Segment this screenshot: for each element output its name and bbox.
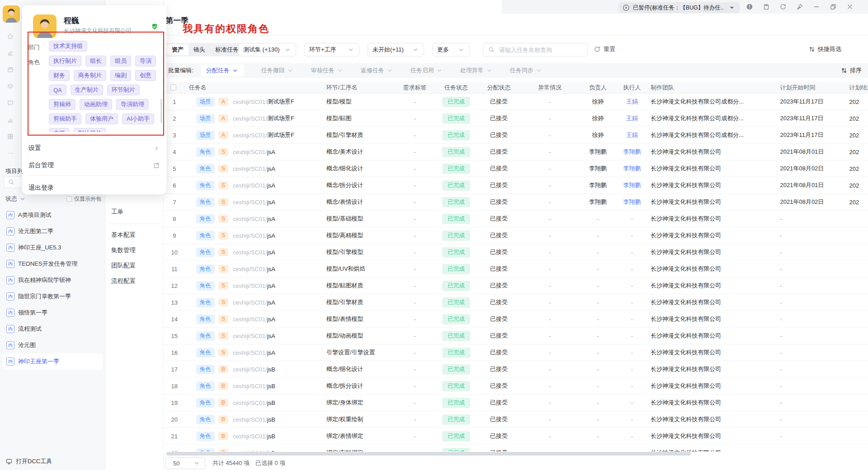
table-row[interactable]: 2场景Aceshiji/SC01/测试场景F模型/贴图-已完成已接受-徐婷王娟长… xyxy=(164,110,868,127)
task-name-cell[interactable]: 角色Sceshiji/SC01/jsA xyxy=(185,248,323,257)
batch-action-处理异常[interactable]: 处理异常 xyxy=(460,65,493,76)
filter-dropdown[interactable]: 更多 xyxy=(432,43,470,56)
table-row[interactable]: 19角色Bceshiji/SC01/jsB绑定/身体绑定-已完成已接受---长沙… xyxy=(164,395,868,411)
project-item[interactable]: 内A类项目测试 xyxy=(3,207,103,223)
batch-action-任务撤回[interactable]: 任务撤回 xyxy=(261,65,294,76)
task-name-cell[interactable]: 角色Sceshiji/SC01/jsA xyxy=(185,214,323,224)
task-name-cell[interactable]: 角色Sceshiji/SC01/jsA xyxy=(185,348,323,357)
table-row[interactable]: 16角色Sceshiji/SC01/jsA引擎设置/引擎设置-已完成已接受---… xyxy=(164,344,868,361)
chart-icon[interactable] xyxy=(7,116,14,123)
grid-icon[interactable] xyxy=(7,133,14,140)
task-name-cell[interactable]: 角色Bceshiji/SC01/jsB xyxy=(185,432,323,441)
table-row[interactable]: 14角色Sceshiji/SC01/jsA模型/表情模型-已完成已接受---长沙… xyxy=(164,311,868,328)
select-all-checkbox[interactable] xyxy=(170,85,176,90)
menu-item-集数管理[interactable]: 集数管理 xyxy=(105,243,164,258)
close-icon[interactable] xyxy=(846,3,854,10)
batch-action-任务同步[interactable]: 任务同步 xyxy=(510,65,542,76)
page-size-select[interactable]: 50 xyxy=(165,457,205,469)
scrollbar-thumb[interactable] xyxy=(166,452,691,456)
minimize-icon[interactable] xyxy=(813,3,820,10)
logout-menu-item[interactable]: 退出登录 xyxy=(22,180,166,196)
only-show-toggle[interactable]: 仅显示外包 xyxy=(66,195,101,203)
task-name-cell[interactable]: 角色Sceshiji/SC01/jsA xyxy=(185,298,323,307)
executor-link[interactable]: 李翔鹏 xyxy=(623,164,641,173)
tab-资产[interactable]: 资产 xyxy=(167,44,189,55)
table-row[interactable]: 7角色Sceshiji/SC01/jsA概念/表情设计-已完成已接受-李翔鹏李翔… xyxy=(164,194,868,211)
menu-item-工单[interactable]: 工单 xyxy=(105,204,164,220)
executor-link[interactable]: 李翔鹏 xyxy=(623,148,641,156)
table-row[interactable]: 1场景Aceshiji/SC01/测试场景F模型/模型-已完成已接受-徐婷王娟长… xyxy=(164,94,868,110)
project-item[interactable]: 内沧元图第二季 xyxy=(3,223,103,240)
pin-icon[interactable] xyxy=(796,3,803,10)
table-row[interactable]: 3场景Aceshiji/SC01/测试场景F模型/引擎材质-已完成已接受-徐婷王… xyxy=(164,127,868,144)
menu-item-流程配置[interactable]: 流程配置 xyxy=(105,273,164,289)
table-row[interactable]: 17角色Bceshiji/SC01/jsB概念/细化设计-已完成已接受---长沙… xyxy=(164,361,868,378)
table-row[interactable]: 10角色Sceshiji/SC01/jsA模型/引擎模型-已完成已接受---长沙… xyxy=(164,244,868,261)
user-avatar[interactable] xyxy=(3,5,20,23)
task-name-cell[interactable]: 角色Sceshiji/SC01/jsA xyxy=(185,231,323,240)
batch-action-审核任务[interactable]: 审核任务 xyxy=(311,65,344,76)
task-name-cell[interactable]: 场景Aceshiji/SC01/测试场景F xyxy=(185,131,323,140)
project-item[interactable]: 内流程测试 xyxy=(3,321,103,337)
horizontal-scrollbar[interactable] xyxy=(164,451,868,456)
table-row[interactable]: 12角色Sceshiji/SC01/jsA模型/贴图材质-已完成已接受---长沙… xyxy=(164,277,868,294)
settings-menu-item[interactable]: 设置 xyxy=(22,141,166,156)
table-row[interactable]: 6角色Sceshiji/SC01/jsA概念/拆分设计-已完成已接受-李翔鹏李翔… xyxy=(164,177,868,194)
task-status-pill[interactable]: 已暂停(标准任务：【BUG】待办任... xyxy=(618,2,740,13)
more-icon[interactable] xyxy=(7,150,14,157)
quick-filter-button[interactable]: 快捷筛选 xyxy=(808,45,841,53)
status-filter-label[interactable]: 状态 xyxy=(5,195,17,203)
menu-item-团队配置[interactable]: 团队配置 xyxy=(105,258,164,273)
reset-button[interactable]: 重置 xyxy=(594,45,615,53)
home-icon[interactable] xyxy=(7,33,14,40)
table-row[interactable]: 22角色Bceshiji/SC01/jsB绑定/布料绑定-已完成已接受---长沙… xyxy=(164,445,868,451)
task-name-cell[interactable]: 角色Sceshiji/SC01/jsA xyxy=(185,331,323,341)
table-row[interactable]: 9角色Sceshiji/SC01/jsA模型/高精模型-已完成已接受---长沙神… xyxy=(164,227,868,244)
refresh-icon[interactable] xyxy=(779,3,787,10)
batch-action-分配任务[interactable]: 分配任务 xyxy=(201,65,244,76)
task-name-cell[interactable]: 角色Sceshiji/SC01/jsA xyxy=(185,164,323,174)
task-name-cell[interactable]: 角色Bceshiji/SC01/jsB xyxy=(185,365,323,374)
project-item[interactable]: 内我在精神病院学斩神 xyxy=(3,272,103,288)
project-item[interactable]: 内神印王座第一季 xyxy=(3,353,103,370)
table-row[interactable]: 20角色Bceshiji/SC01/jsB绑定/权重绘制-已完成已接受---长沙… xyxy=(164,411,868,428)
filter-dropdown[interactable]: 未开始(+11) xyxy=(368,43,424,56)
chat-icon[interactable] xyxy=(7,99,14,107)
task-search[interactable] xyxy=(483,43,588,56)
layers-icon[interactable] xyxy=(7,83,14,90)
info-icon[interactable] xyxy=(746,3,753,10)
executor-link[interactable]: 王娟 xyxy=(626,114,638,122)
executor-link[interactable]: 王娟 xyxy=(626,131,638,139)
restore-icon[interactable] xyxy=(830,3,837,10)
batch-action-任务启用[interactable]: 任务启用 xyxy=(410,65,443,76)
task-name-cell[interactable]: 角色Sceshiji/SC01/jsA xyxy=(185,264,323,274)
executor-link[interactable]: 李翔鹏 xyxy=(623,198,641,206)
task-name-cell[interactable]: 角色Bceshiji/SC01/jsB xyxy=(185,381,323,391)
project-item[interactable]: 内TEONES开发任务管理 xyxy=(3,256,103,272)
project-item[interactable]: 内顿悟第一季 xyxy=(3,305,103,321)
open-dcc-button[interactable]: 打开DCC工具 xyxy=(5,457,52,465)
task-name-cell[interactable]: 角色Bceshiji/SC01/jsB xyxy=(185,398,323,408)
task-name-cell[interactable]: 角色Sceshiji/SC01/jsA xyxy=(185,315,323,324)
project-item[interactable]: 内沧元图 xyxy=(3,337,103,353)
task-name-cell[interactable]: 场景Aceshiji/SC01/测试场景F xyxy=(185,97,323,107)
clipboard-icon[interactable] xyxy=(763,3,770,10)
task-name-cell[interactable]: 场景Aceshiji/SC01/测试场景F xyxy=(185,114,323,123)
filter-dropdown[interactable]: 测试集 (+130) xyxy=(238,43,296,56)
table-row[interactable]: 15角色Sceshiji/SC01/jsA模型/动画模型-已完成已接受---长沙… xyxy=(164,328,868,344)
task-search-input[interactable] xyxy=(498,46,583,54)
table-row[interactable]: 5角色Sceshiji/SC01/jsA概念/细化设计-已完成已接受-李翔鹏李翔… xyxy=(164,160,868,177)
executor-link[interactable]: 李翔鹏 xyxy=(623,181,641,189)
project-item[interactable]: 内隐世宗门掌教第一季 xyxy=(3,288,103,305)
admin-menu-item[interactable]: 后台管理 xyxy=(22,158,166,173)
table-row[interactable]: 11角色Sceshiji/SC01/jsA模型/UV和烘焙-已完成已接受---长… xyxy=(164,261,868,277)
table-row[interactable]: 13角色Sceshiji/SC01/jsA模型/引擎材质-已完成已接受---长沙… xyxy=(164,294,868,311)
edit-icon[interactable] xyxy=(7,49,14,56)
caret-down-icon[interactable] xyxy=(728,4,736,11)
task-name-cell[interactable]: 角色Sceshiji/SC01/jsA xyxy=(185,281,323,291)
menu-item-基本配置[interactable]: 基本配置 xyxy=(105,227,164,243)
tab-镜头[interactable]: 镜头 xyxy=(189,44,210,55)
roles-scrollbar-thumb[interactable] xyxy=(160,99,162,123)
batch-action-返修任务[interactable]: 返修任务 xyxy=(361,65,393,76)
executor-link[interactable]: 王娟 xyxy=(626,98,638,106)
